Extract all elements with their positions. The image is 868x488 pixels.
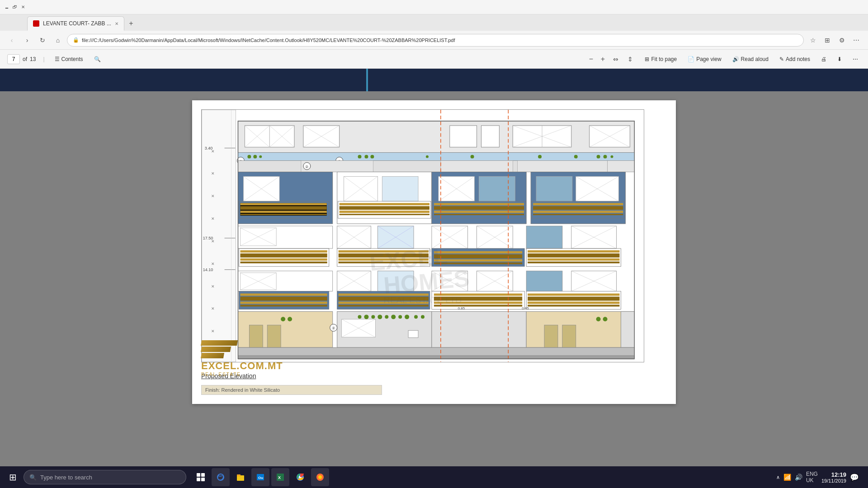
svg-point-47 [538, 155, 542, 159]
page-total: 13 [30, 56, 36, 62]
svg-point-185 [288, 317, 292, 321]
svg-rect-223 [201, 478, 205, 481]
chrome-button[interactable] [291, 468, 309, 486]
svg-point-45 [426, 155, 429, 158]
task-view-button[interactable] [192, 468, 210, 486]
svg-rect-140 [528, 253, 619, 258]
back-button[interactable]: ‹ [5, 34, 18, 47]
start-button[interactable]: ⊞ [4, 468, 22, 486]
clock[interactable]: 12:19 19/11/2019 [821, 471, 846, 483]
svg-point-50 [604, 155, 607, 159]
svg-text:✕: ✕ [211, 194, 215, 198]
other-app-icon [316, 473, 325, 482]
svg-rect-162 [240, 294, 327, 296]
active-tab[interactable]: LEVANTE COURT- ZABB ... ✕ [27, 16, 124, 31]
pdf-content-area: EXCEL.COM.MT REAL ESTATE ✕ ✕ ✕ ✕ ✕ ✕ ✕ ✕… [0, 69, 868, 466]
window-controls[interactable]: 🗕 🗗 ✕ [4, 4, 26, 10]
taskbar-search-bar[interactable]: 🔍 Type here to search [24, 470, 186, 484]
search-button[interactable]: 🔍 [91, 55, 104, 64]
svg-rect-163 [240, 297, 327, 301]
file-explorer-button[interactable] [231, 468, 250, 486]
svg-rect-206 [526, 311, 634, 347]
fit-width-button[interactable]: ⇔ [609, 53, 622, 66]
svg-rect-60 [608, 161, 635, 172]
zoom-out-button[interactable]: − [586, 54, 596, 64]
svg-point-44 [370, 155, 374, 159]
close-button[interactable]: ✕ [20, 4, 26, 10]
notifications-button[interactable]: 💬 [850, 473, 859, 482]
svg-point-40 [253, 155, 257, 159]
svg-rect-178 [528, 297, 619, 301]
save-button[interactable]: ⬇ [835, 55, 844, 64]
svg-rect-164 [240, 301, 327, 304]
svg-point-190 [358, 315, 362, 319]
more-icon: ⋯ [853, 56, 858, 62]
excel-icon: X [276, 473, 285, 482]
excel-homes-logo: EXCEL.COM.MT REAL ESTATE [201, 340, 283, 377]
start-icon: ⊞ [9, 472, 17, 483]
maximize-button[interactable]: 🗗 [12, 4, 18, 10]
page-number-input[interactable] [7, 54, 20, 64]
forward-button[interactable]: › [21, 34, 33, 47]
refresh-button[interactable]: ↻ [36, 34, 49, 47]
tray-up-arrow[interactable]: ∧ [776, 474, 780, 480]
svg-point-210 [603, 317, 608, 321]
svg-text:X: X [278, 475, 281, 480]
svg-rect-79 [340, 203, 429, 205]
logo-text-main: EXCEL.COM.MT [201, 360, 283, 372]
svg-rect-81 [340, 211, 429, 213]
more-options-button[interactable]: ⋯ [850, 55, 861, 64]
svg-text:②: ② [332, 326, 335, 330]
svg-point-39 [247, 155, 251, 159]
read-aloud-button[interactable]: 🔊 Read aloud [730, 55, 771, 64]
outlook-icon: Ou [256, 473, 265, 482]
add-notes-button[interactable]: ✎ Add notes [777, 55, 813, 64]
svg-text:REAL ESTATE LTD: REAL ESTATE LTD [384, 295, 462, 305]
fit-to-page-button[interactable]: ⊞ Fit to page [642, 55, 679, 64]
home-button[interactable]: ⌂ [52, 34, 64, 47]
page-view-icon: 📄 [688, 56, 694, 62]
svg-text:✕: ✕ [211, 171, 215, 176]
svg-rect-180 [528, 305, 619, 306]
svg-point-198 [414, 315, 418, 319]
tab-close-button[interactable]: ✕ [115, 21, 118, 26]
svg-rect-222 [197, 478, 200, 481]
svg-rect-220 [197, 473, 200, 477]
excel-button[interactable]: X [271, 468, 289, 486]
contents-label: Contents [61, 56, 83, 62]
svg-rect-208 [562, 325, 576, 347]
other-app-button[interactable] [311, 468, 329, 486]
logo-bar-2 [201, 347, 231, 352]
svg-rect-124 [240, 250, 327, 253]
taskbar-tray: ∧ 📶 🔊 ENG UK 12:19 19/11/2019 💬 [771, 471, 864, 483]
svg-point-209 [596, 317, 601, 321]
tab-label: LEVANTE COURT- ZABB ... [43, 20, 111, 27]
address-text: file:///C:/Users/Godwin%20Darmanin/AppDa… [82, 38, 798, 43]
add-notes-label: Add notes [786, 56, 810, 62]
outlook-button[interactable]: Ou [251, 468, 269, 486]
svg-rect-77 [382, 176, 418, 201]
new-tab-button[interactable]: + [124, 16, 138, 31]
print-button[interactable]: 🖨 [818, 55, 829, 64]
fit-height-button[interactable]: ⇕ [624, 53, 637, 66]
address-bar[interactable]: 🔒 file:///C:/Users/Godwin%20Darmanin/App… [67, 34, 804, 47]
collections-button[interactable]: ⊞ [821, 34, 834, 47]
svg-point-51 [611, 155, 613, 158]
volume-icon: 🔊 [795, 474, 802, 481]
favorites-button[interactable]: ☆ [807, 34, 819, 47]
pdf-tab-icon [33, 20, 39, 27]
contents-button[interactable]: ☰ Contents [52, 55, 86, 64]
page-view-button[interactable]: 📄 Page view [685, 55, 724, 64]
extensions-button[interactable]: ⚙ [835, 34, 848, 47]
zoom-in-button[interactable]: + [598, 54, 608, 64]
minimize-button[interactable]: 🗕 [4, 4, 10, 10]
save-icon: ⬇ [837, 56, 842, 62]
svg-rect-125 [240, 253, 327, 258]
svg-point-233 [318, 475, 322, 479]
settings-button[interactable]: ⋯ [850, 34, 863, 47]
svg-point-195 [391, 314, 396, 319]
page-navigation: of 13 [7, 54, 36, 64]
page-separator: of [23, 56, 27, 62]
svg-text:0.85: 0.85 [458, 306, 465, 310]
edge-browser-button[interactable] [212, 468, 230, 486]
